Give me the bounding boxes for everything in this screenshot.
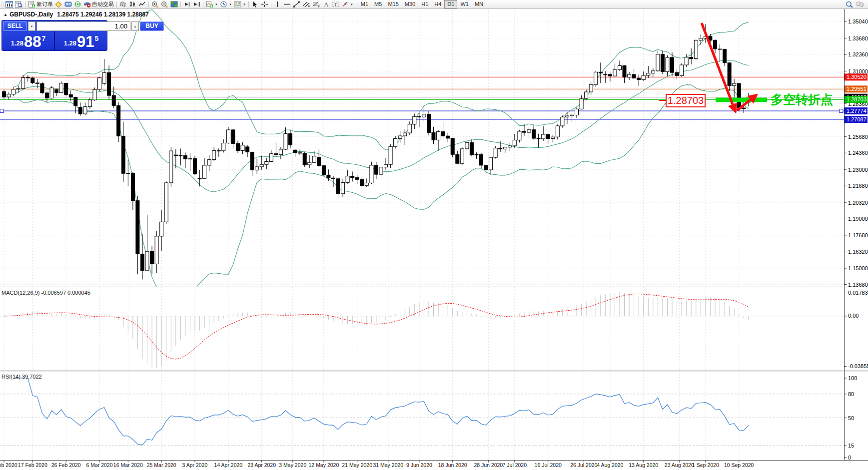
svg-text:1.20320: 1.20320 — [848, 200, 868, 206]
fibonacci-button[interactable]: F — [311, 0, 321, 8]
zoom-out-icon — [161, 1, 168, 8]
separator — [25, 1, 25, 7]
svg-text:1.28703: 1.28703 — [668, 95, 704, 106]
auto-scroll-button[interactable] — [182, 0, 192, 8]
volume-input[interactable] — [36, 21, 130, 31]
label-tool-button[interactable]: T — [331, 0, 340, 8]
volume-up-stepper[interactable]: ▲ — [131, 21, 139, 31]
new-chart-button[interactable] — [4, 0, 14, 8]
new-chart-icon — [5, 1, 13, 7]
svg-text:14 Apr 2020: 14 Apr 2020 — [214, 462, 243, 468]
cursor-button[interactable] — [250, 0, 260, 8]
price-tag: 1.30520 — [845, 73, 868, 80]
bars-chart-button[interactable] — [118, 0, 128, 8]
svg-text:26 Feb 2020: 26 Feb 2020 — [51, 462, 81, 468]
zoom-in-button[interactable] — [150, 0, 160, 8]
tab-period-w1[interactable]: W1 — [457, 0, 472, 8]
zoom-in-icon — [151, 1, 159, 8]
sell-price[interactable]: 1.28 88 7 — [2, 31, 55, 50]
svg-text:7 Feb 2020: 7 Feb 2020 — [0, 462, 17, 468]
tab-period-m1[interactable]: M1 — [358, 0, 371, 8]
new-order-icon — [28, 1, 35, 8]
new-order-label: 新订单 — [36, 0, 53, 8]
separator — [271, 1, 271, 7]
trendline-button[interactable] — [292, 0, 301, 8]
sell-price-small: 1.28 — [11, 39, 23, 47]
svg-text:1.25680: 1.25680 — [848, 134, 868, 140]
tab-period-h4[interactable]: H4 — [431, 0, 444, 8]
vertical-line-icon — [275, 1, 280, 7]
zoom-out-button[interactable] — [160, 0, 169, 8]
svg-text:3 Apr 2020: 3 Apr 2020 — [182, 462, 208, 468]
buy-button[interactable]: BUY — [140, 21, 164, 31]
label-tool-icon: T — [332, 1, 339, 7]
horizontal-line-button[interactable] — [282, 0, 292, 8]
price-tag: 1.27774 — [845, 107, 868, 114]
signals-icon — [74, 1, 81, 7]
svg-text:1.27087: 1.27087 — [847, 116, 867, 122]
text-tool-icon: A — [323, 1, 329, 7]
svg-text:1.29551: 1.29551 — [847, 86, 867, 92]
tab-period-m5[interactable]: M5 — [371, 0, 385, 8]
sell-button[interactable]: SELL — [3, 21, 27, 31]
svg-text:1.28703: 1.28703 — [847, 96, 867, 102]
chat-button[interactable] — [855, 0, 865, 8]
horizontal-line-icon — [283, 1, 291, 7]
crosshair-icon — [261, 1, 268, 7]
autotrade-button[interactable]: 自动交易 — [82, 0, 115, 8]
chart-shift-button[interactable] — [192, 0, 201, 8]
metaeditor-icon — [55, 1, 62, 7]
chart-canvas[interactable]: 7 Feb 202017 Feb 202026 Feb 20206 Mar 20… — [0, 0, 868, 470]
svg-text:21 May 2020: 21 May 2020 — [342, 462, 372, 468]
one-click-trading-panel: SELL ▼ ▲ BUY 1.28 88 7 1.28 91 5 — [1, 20, 107, 51]
tab-period-m15[interactable]: M15 — [385, 0, 401, 8]
svg-text:16 Mar 2020: 16 Mar 2020 — [113, 462, 143, 468]
metaeditor-button[interactable] — [54, 0, 63, 8]
tile-windows-button[interactable] — [169, 0, 179, 8]
trendline-icon — [293, 1, 300, 7]
new-order-button[interactable]: 新订单 — [27, 0, 54, 8]
tab-period-d1[interactable]: D1 — [444, 0, 457, 8]
profiles-button[interactable] — [14, 0, 23, 8]
svg-text:-0.038559: -0.038559 — [848, 363, 868, 369]
auto-scroll-icon — [183, 1, 191, 7]
svg-text:1.32360: 1.32360 — [848, 51, 868, 57]
terminal-button[interactable] — [63, 0, 73, 8]
periods-button[interactable]: ▼ — [219, 0, 233, 8]
tab-period-h1[interactable]: H1 — [418, 0, 431, 8]
text-tool-button[interactable]: A — [321, 0, 331, 8]
svg-text:1.27774: 1.27774 — [847, 108, 867, 114]
svg-text:A: A — [324, 1, 328, 7]
chart-shift-icon — [193, 1, 200, 7]
arrows-tool-button[interactable]: ▼ — [340, 0, 354, 8]
svg-text:1.33680: 1.33680 — [848, 35, 868, 41]
crosshair-button[interactable] — [260, 0, 269, 8]
candles-chart-button[interactable] — [128, 0, 137, 8]
price-tag: 1.29551 — [845, 85, 868, 92]
mt4-window: 新订单 自动交易 ▼ ▼ ▼ E F A T ▼ M1 M5 M15 — [0, 0, 868, 470]
collapse-panel-icon[interactable]: ▲ — [3, 12, 7, 17]
line-chart-button[interactable] — [137, 0, 147, 8]
svg-text:16 Jul 2020: 16 Jul 2020 — [535, 462, 562, 468]
sell-price-big: 88 — [24, 35, 41, 48]
chat-icon — [856, 1, 864, 7]
chevron-down-icon: ▼ — [229, 3, 232, 6]
indicators-icon — [206, 1, 213, 8]
svg-text:26 Jul 2020: 26 Jul 2020 — [570, 462, 597, 468]
price-tag: 1.28703 — [845, 96, 868, 103]
volume-down-stepper[interactable]: ▼ — [28, 21, 35, 31]
equidistant-channel-button[interactable]: E — [301, 0, 311, 8]
tab-period-mn[interactable]: MN — [472, 0, 486, 8]
separator — [148, 1, 149, 7]
buy-price[interactable]: 1.28 91 5 — [55, 31, 107, 50]
signals-button[interactable] — [73, 0, 82, 8]
annotation-price-label: 1.28703 — [666, 94, 705, 107]
cursor-icon — [251, 1, 259, 7]
vertical-line-button[interactable] — [273, 0, 282, 8]
svg-text:100: 100 — [848, 375, 857, 381]
tab-period-m30[interactable]: M30 — [402, 0, 418, 8]
search-button[interactable] — [845, 0, 855, 8]
line-chart-icon — [138, 1, 146, 7]
indicators-button[interactable]: ▼ — [205, 0, 219, 8]
templates-button[interactable]: ▼ — [233, 0, 247, 8]
